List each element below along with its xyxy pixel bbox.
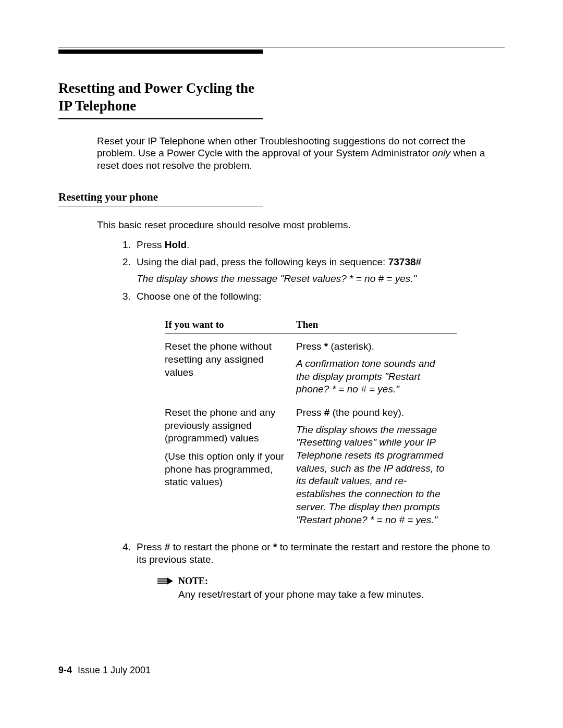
title-underline: [58, 118, 263, 119]
step2-seq: 73738#: [388, 256, 421, 267]
intro-only-italic: only: [432, 147, 450, 158]
r1c2-italic: A confirmation tone sounds and the displ…: [296, 357, 449, 396]
note-block: NOTE: Any reset/restart of your phone ma…: [157, 575, 499, 601]
th-ifyouwant: If you want to: [165, 318, 296, 334]
section-lead: This basic reset procedure should resolv…: [97, 219, 499, 231]
step-3: Choose one of the following:: [133, 290, 499, 303]
section-underline: [58, 206, 263, 206]
r2c2-bold: #: [324, 407, 330, 418]
step1-a: Press: [137, 239, 165, 250]
r1c2-tail: (asterisk).: [328, 341, 374, 352]
choice-table-wrap: If you want to Then Reset the phone with…: [165, 318, 499, 531]
intro-paragraph: Reset your IP Telephone when other Troub…: [97, 135, 499, 172]
note-text: Any reset/restart of your phone may take…: [178, 588, 499, 601]
step1-c: .: [187, 239, 189, 250]
top-rule-thick: [58, 50, 263, 54]
svg-marker-3: [167, 577, 173, 585]
step-2: Using the dial pad, press the following …: [133, 256, 499, 285]
note-arrow-icon: [157, 575, 175, 588]
step-4: Press # to restart the phone or * to ter…: [133, 541, 499, 566]
step2-a: Using the dial pad, press the following …: [137, 256, 388, 267]
table-row: Reset the phone and any previously assig…: [165, 400, 457, 530]
r1c1: Reset the phone without resetting any as…: [165, 334, 296, 400]
step4-hash: #: [165, 541, 170, 552]
issue-info: Issue 1 July 2001: [78, 665, 151, 675]
page-title: Resetting and Power Cycling the IP Telep…: [58, 80, 256, 115]
r1c2-a: Press: [296, 341, 324, 352]
r2c1: Reset the phone and any previously assig…: [165, 400, 296, 530]
table-row: Reset the phone without resetting any as…: [165, 334, 457, 400]
r2c2-tail: (the pound key).: [329, 407, 404, 418]
step1-hold: Hold: [165, 239, 187, 250]
page-footer: 9-4 Issue 1 July 2001: [58, 665, 151, 676]
step2-sub: The display shows the message "Reset val…: [137, 273, 499, 285]
r2c1-b: (Use this option only if your phone has …: [165, 450, 289, 489]
step4-c: to restart the phone or: [170, 541, 273, 552]
intro-part1: Reset your IP Telephone when other Troub…: [97, 135, 466, 159]
step4-a: Press: [137, 541, 165, 552]
steps-list-continued: Press # to restart the phone or * to ter…: [97, 541, 499, 566]
th-then: Then: [296, 318, 457, 334]
note-label: NOTE:: [178, 575, 208, 587]
r1c2: Press * (asterisk). A confirmation tone …: [296, 334, 457, 400]
r2c2: Press # (the pound key). The display sho…: [296, 400, 457, 530]
steps-list: Press Hold. Using the dial pad, press th…: [97, 239, 499, 303]
page-number: 9-4: [58, 665, 72, 675]
top-rule-thin: [58, 47, 505, 47]
section-heading: Resetting your phone: [58, 191, 505, 204]
r2c2-italic: The display shows the message "Resetting…: [296, 424, 449, 527]
r2c1-a: Reset the phone and any previously assig…: [165, 407, 275, 443]
r2c2-a: Press: [296, 407, 324, 418]
document-page: Resetting and Power Cycling the IP Telep…: [0, 0, 563, 728]
step-1: Press Hold.: [133, 239, 499, 251]
choice-table: If you want to Then Reset the phone with…: [165, 318, 457, 531]
